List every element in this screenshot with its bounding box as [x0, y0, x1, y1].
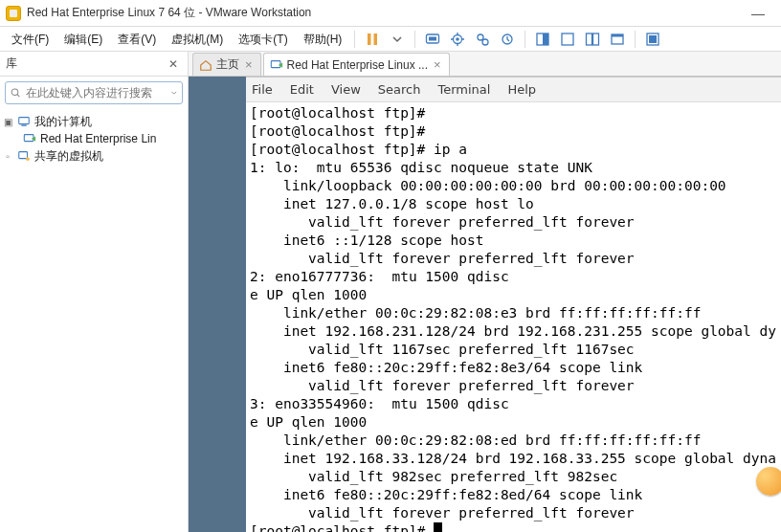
- menu-tabs[interactable]: 选项卡(T): [231, 27, 295, 52]
- svg-rect-11: [562, 33, 573, 45]
- svg-rect-19: [19, 118, 30, 124]
- svg-rect-0: [368, 33, 371, 45]
- menu-bar: 文件(F) 编辑(E) 查看(V) 虚拟机(M) 选项卡(T) 帮助(H): [0, 27, 781, 52]
- stretch-guest-icon[interactable]: [556, 28, 579, 51]
- term-menu-view[interactable]: View: [331, 82, 361, 97]
- expand-icon[interactable]: ▫: [2, 151, 13, 162]
- vm-running-icon: [22, 131, 37, 146]
- separator: [524, 31, 525, 48]
- library-search[interactable]: [5, 81, 183, 104]
- menu-view[interactable]: 查看(V): [110, 27, 164, 52]
- terminal-output[interactable]: [root@localhost ftp]# [root@localhost ft…: [246, 102, 781, 532]
- svg-point-7: [482, 39, 488, 45]
- title-bar: Red Hat Enterprise Linux 7 64 位 - VMware…: [0, 0, 781, 27]
- home-icon: [199, 58, 212, 72]
- vm-tab-icon: [270, 58, 283, 72]
- svg-rect-12: [587, 33, 592, 45]
- fullscreen-icon[interactable]: [606, 28, 629, 51]
- svg-point-6: [478, 34, 483, 40]
- svg-rect-1: [374, 33, 378, 45]
- snapshot-revert-icon[interactable]: [496, 28, 519, 51]
- tab-close-icon[interactable]: ×: [245, 57, 253, 72]
- svg-rect-21: [24, 135, 33, 142]
- term-menu-help[interactable]: Help: [507, 82, 536, 97]
- menu-help[interactable]: 帮助(H): [296, 27, 350, 52]
- library-tree: ▣ 我的计算机 Red Hat Enterprise Lin ▫ 共享的虚拟机: [0, 109, 188, 168]
- menu-file[interactable]: 文件(F): [4, 27, 56, 52]
- tab-home[interactable]: 主页 ×: [192, 53, 261, 76]
- document-tab-strip: 主页 × Red Hat Enterprise Linux ... ×: [189, 52, 781, 77]
- guest-desktop-background: [189, 77, 246, 532]
- svg-rect-17: [649, 35, 657, 43]
- vm-console-area: 主页 × Red Hat Enterprise Linux ... × File…: [189, 52, 781, 532]
- svg-rect-13: [593, 33, 599, 45]
- fit-guest-icon[interactable]: [531, 28, 554, 51]
- tree-vm-label: Red Hat Enterprise Lin: [40, 132, 156, 145]
- tree-shared-label: 共享的虚拟机: [34, 148, 103, 165]
- computer-icon: [16, 114, 32, 129]
- send-ctrl-alt-del-icon[interactable]: [421, 28, 444, 51]
- svg-point-24: [26, 157, 30, 161]
- gnome-terminal-window: File Edit View Search Terminal Help [roo…: [246, 77, 781, 532]
- svg-rect-3: [429, 36, 436, 40]
- tab-home-label: 主页: [216, 56, 239, 73]
- tab-vm-label: Red Hat Enterprise Linux ...: [287, 58, 428, 72]
- term-menu-search[interactable]: Search: [378, 82, 421, 97]
- tree-root-my-computer[interactable]: ▣ 我的计算机: [2, 113, 186, 130]
- svg-rect-15: [612, 34, 623, 37]
- svg-rect-10: [543, 33, 548, 45]
- collapse-icon[interactable]: ▣: [2, 117, 13, 127]
- svg-point-18: [11, 89, 18, 96]
- close-panel-icon[interactable]: ✕: [165, 57, 182, 71]
- terminal-menu-bar: File Edit View Search Terminal Help: [246, 78, 781, 102]
- term-menu-file[interactable]: File: [252, 82, 273, 97]
- snapshot-icon[interactable]: [446, 28, 469, 51]
- unity-icon[interactable]: [581, 28, 604, 51]
- svg-rect-23: [19, 152, 28, 159]
- search-dropdown-icon[interactable]: [169, 87, 178, 99]
- tree-root-label: 我的计算机: [34, 114, 92, 130]
- separator: [414, 31, 415, 48]
- svg-rect-20: [21, 125, 26, 126]
- term-menu-terminal[interactable]: Terminal: [437, 82, 490, 97]
- svg-point-5: [457, 37, 460, 41]
- window-title: Red Hat Enterprise Linux 7 64 位 - VMware…: [27, 5, 311, 21]
- snapshot-manage-icon[interactable]: [471, 28, 494, 51]
- svg-rect-25: [271, 60, 280, 67]
- term-menu-edit[interactable]: Edit: [290, 82, 314, 97]
- console-view-icon[interactable]: [641, 28, 664, 51]
- vmware-app-icon: [6, 6, 21, 21]
- pause-icon[interactable]: [361, 28, 384, 51]
- floating-hint-bubble-icon[interactable]: [756, 467, 781, 496]
- tab-vm-rhel[interactable]: Red Hat Enterprise Linux ... ×: [263, 53, 450, 76]
- tree-shared-vms[interactable]: ▫ 共享的虚拟机: [2, 147, 186, 165]
- minimize-button[interactable]: —: [741, 2, 775, 25]
- search-icon: [10, 85, 22, 100]
- library-sidebar: 库 ✕ ▣ 我的计算机 Red Hat Enterprise Lin ▫ 共享的…: [0, 52, 189, 532]
- dropdown-icon[interactable]: [386, 28, 409, 51]
- library-panel-title: 库: [6, 55, 165, 72]
- tree-vm-rhel[interactable]: Red Hat Enterprise Lin: [2, 130, 186, 147]
- library-search-input[interactable]: [26, 86, 169, 100]
- shared-vm-icon: [16, 148, 32, 164]
- menu-edit[interactable]: 编辑(E): [56, 27, 110, 52]
- menu-vm[interactable]: 虚拟机(M): [164, 27, 231, 52]
- separator: [354, 31, 355, 48]
- tab-close-icon[interactable]: ×: [434, 57, 441, 72]
- separator: [635, 31, 636, 48]
